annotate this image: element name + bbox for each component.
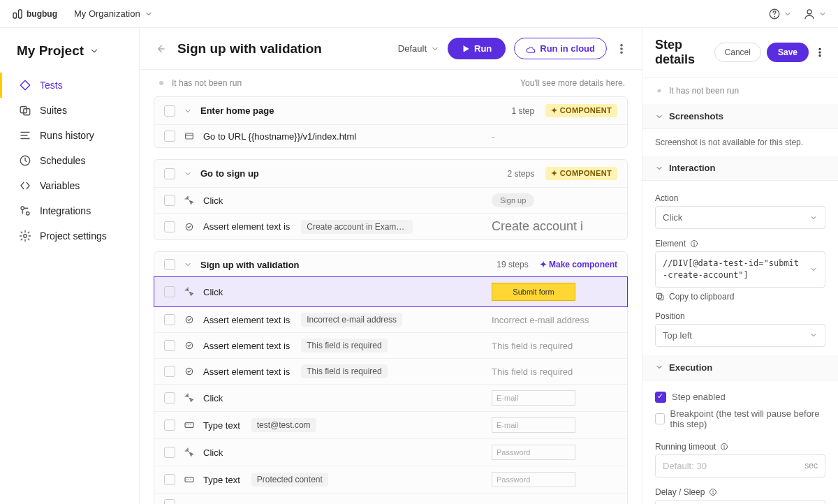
chevron-down-icon: [784, 10, 792, 18]
help-icon: [768, 8, 781, 20]
step-checkbox[interactable]: [164, 221, 175, 232]
cloud-icon: [526, 44, 536, 54]
suite-dropdown[interactable]: Default: [398, 43, 439, 54]
organization-dropdown[interactable]: My Organization: [74, 8, 153, 19]
click-icon: [184, 195, 195, 206]
chevron-down-icon[interactable]: [184, 170, 192, 178]
step-row[interactable]: Type text test@test.com E-mail: [154, 411, 627, 438]
step-row[interactable]: Go to URL {{hostname}}/v1/index.html -: [154, 124, 627, 147]
step-tag: Incorrect e-mail address: [301, 313, 402, 327]
help-icon[interactable]: [709, 488, 717, 496]
step-enabled-checkbox[interactable]: [655, 392, 666, 403]
step-row[interactable]: Assert element text is This field is req…: [154, 332, 627, 358]
step-row[interactable]: Assert element text is Create account in…: [154, 213, 627, 239]
svg-point-19: [621, 47, 622, 49]
step-row[interactable]: Click Sign up: [154, 187, 627, 213]
step-label: Click: [203, 393, 223, 403]
cancel-button[interactable]: Cancel: [714, 43, 761, 62]
running-timeout-input[interactable]: [656, 455, 797, 477]
sidebar-item-variables[interactable]: Variables: [0, 173, 139, 198]
status-hint: You'll see more details here.: [520, 78, 625, 88]
help-icon[interactable]: [690, 239, 698, 248]
step-checkbox[interactable]: [164, 366, 175, 377]
svg-point-20: [621, 52, 622, 53]
run-cloud-button[interactable]: Run in cloud: [514, 38, 607, 59]
sidebar: My Project Tests Suites Runs history Sch…: [0, 28, 140, 504]
chevron-down-icon[interactable]: [184, 260, 192, 269]
step-checkbox[interactable]: [164, 314, 175, 325]
save-button[interactable]: Save: [767, 43, 809, 62]
step-label: Type text: [203, 420, 240, 431]
sidebar-item-runs[interactable]: Runs history: [0, 123, 139, 148]
chevron-down-icon[interactable]: [184, 107, 192, 115]
step-checkbox[interactable]: [164, 420, 175, 431]
more-menu[interactable]: [814, 47, 825, 58]
status-dot-icon: [655, 87, 663, 95]
step-row[interactable]: [154, 493, 627, 504]
step-label: Assert element text is: [203, 366, 290, 377]
svg-marker-5: [20, 80, 30, 90]
position-select[interactable]: Top left: [655, 324, 825, 347]
step-checkbox[interactable]: [164, 392, 175, 403]
chevron-down-icon: [655, 112, 663, 121]
step-checkbox[interactable]: [164, 195, 175, 206]
breakpoint-checkbox[interactable]: [655, 413, 665, 424]
group-checkbox[interactable]: [164, 105, 175, 117]
svg-point-4: [807, 10, 811, 14]
execution-section-header[interactable]: Execution: [642, 355, 838, 380]
step-row[interactable]: Assert element text is Incorrect e-mail …: [154, 306, 627, 332]
step-row[interactable]: Type text Protected content Password: [154, 466, 627, 493]
step-checkbox[interactable]: [164, 499, 175, 504]
step-preview: This field is required: [492, 366, 573, 377]
action-select[interactable]: Click: [655, 206, 825, 229]
step-checkbox[interactable]: [164, 340, 175, 351]
step-preview: This field is required: [492, 341, 573, 351]
step-checkbox[interactable]: [164, 131, 175, 142]
delay-input[interactable]: [656, 501, 797, 504]
screenshots-section-header[interactable]: Screenshots: [642, 104, 838, 129]
sidebar-item-tests[interactable]: Tests: [0, 73, 139, 98]
group-checkbox[interactable]: [164, 259, 175, 270]
step-checkbox[interactable]: [164, 447, 175, 458]
svg-point-39: [658, 89, 661, 93]
group-checkbox[interactable]: [164, 168, 175, 179]
help-icon[interactable]: [720, 443, 728, 451]
back-button[interactable]: [154, 43, 166, 55]
help-menu[interactable]: [768, 8, 792, 20]
group-name: Sign up with validation: [200, 260, 300, 270]
assert-icon: [184, 314, 195, 325]
gear-icon: [19, 230, 31, 242]
click-icon: [184, 392, 195, 403]
sidebar-item-settings[interactable]: Project settings: [0, 223, 139, 249]
more-menu[interactable]: [615, 43, 628, 55]
test-group: Sign up with validation 19 steps ✦ Make …: [154, 251, 628, 504]
component-badge: ✦ COMPONENT: [545, 104, 617, 117]
element-selector-field[interactable]: //DIV[@data-test-id="submit-create-accou…: [655, 251, 825, 288]
sidebar-item-suites[interactable]: Suites: [0, 98, 139, 123]
copy-to-clipboard-link[interactable]: Copy to clipboard: [655, 292, 825, 302]
step-preview: Incorrect e-mail address: [492, 315, 589, 325]
svg-point-37: [819, 52, 821, 53]
svg-rect-43: [659, 295, 663, 299]
step-row[interactable]: Click E-mail: [154, 384, 627, 411]
sidebar-item-integrations[interactable]: Integrations: [0, 198, 139, 223]
step-row[interactable]: Assert element text is This field is req…: [154, 358, 627, 384]
sidebar-item-schedules[interactable]: Schedules: [0, 148, 139, 173]
step-preview: Sign up: [492, 193, 534, 207]
step-label: Click: [203, 447, 223, 458]
step-row[interactable]: Click Submit form: [154, 276, 628, 307]
svg-point-36: [819, 48, 821, 50]
step-checkbox[interactable]: [164, 286, 175, 297]
chevron-down-icon: [818, 10, 827, 18]
make-component-link[interactable]: ✦ Make component: [540, 260, 617, 269]
detail-status: It has not been run: [669, 86, 739, 96]
action-label: Action: [655, 193, 825, 203]
run-button[interactable]: Run: [448, 38, 506, 59]
history-icon: [19, 129, 31, 142]
project-dropdown[interactable]: My Project: [0, 39, 139, 73]
user-menu[interactable]: [803, 8, 827, 20]
step-row[interactable]: Click Password: [154, 438, 627, 466]
interaction-section-header[interactable]: Interaction: [642, 156, 838, 181]
step-checkbox[interactable]: [164, 474, 175, 485]
svg-point-3: [774, 16, 775, 17]
